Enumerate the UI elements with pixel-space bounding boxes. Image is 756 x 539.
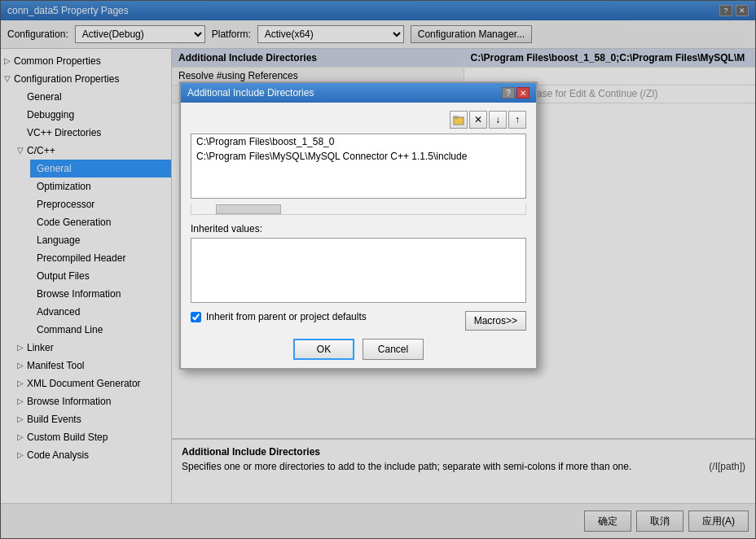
modal-listbox[interactable]: C:\Program Files\boost_1_58_0 C:\Program… [191, 134, 526, 199]
modal-dialog: Additional Include Directories ? ✕ [179, 81, 538, 370]
inherit-checkbox[interactable] [191, 312, 201, 322]
modal-footer-buttons: OK Cancel [191, 339, 526, 360]
modal-body: ✕ ↓ ↑ C:\Program Files\boost_1_58_0 C:\P… [181, 103, 536, 368]
inherited-label: Inherited values: [191, 223, 526, 234]
modal-close-button[interactable]: ✕ [516, 87, 530, 99]
modal-title: Additional Include Directories [187, 87, 314, 99]
modal-title-controls: ? ✕ [502, 87, 530, 99]
macros-button[interactable]: Macros>> [465, 311, 526, 331]
modal-overlay: Additional Include Directories ? ✕ [0, 0, 756, 539]
horizontal-scrollbar[interactable] [191, 204, 526, 215]
svg-rect-1 [454, 116, 458, 118]
scrollbar-thumb[interactable] [216, 204, 281, 214]
modal-move-up-button[interactable]: ↑ [508, 111, 526, 129]
main-window: conn_data5 Property Pages ? ✕ Configurat… [0, 0, 756, 539]
modal-title-bar: Additional Include Directories ? ✕ [181, 83, 536, 103]
modal-toolbar: ✕ ↓ ↑ [191, 111, 526, 129]
modal-ok-button[interactable]: OK [293, 339, 354, 360]
checkbox-macros-row: Inherit from parent or project defaults … [191, 311, 526, 331]
modal-new-folder-button[interactable] [450, 111, 468, 129]
modal-cancel-button[interactable]: Cancel [363, 339, 424, 360]
modal-help-button[interactable]: ? [502, 87, 515, 99]
list-item[interactable]: C:\Program Files\boost_1_58_0 [191, 134, 525, 149]
inherit-checkbox-row: Inherit from parent or project defaults [191, 311, 367, 322]
list-item[interactable]: C:\Program Files\MySQL\MySQL Connector C… [191, 149, 525, 164]
inherited-values-box [191, 238, 526, 303]
modal-delete-button[interactable]: ✕ [469, 111, 487, 129]
modal-move-down-button[interactable]: ↓ [489, 111, 507, 129]
folder-icon [453, 114, 464, 125]
inherit-label: Inherit from parent or project defaults [206, 311, 367, 322]
